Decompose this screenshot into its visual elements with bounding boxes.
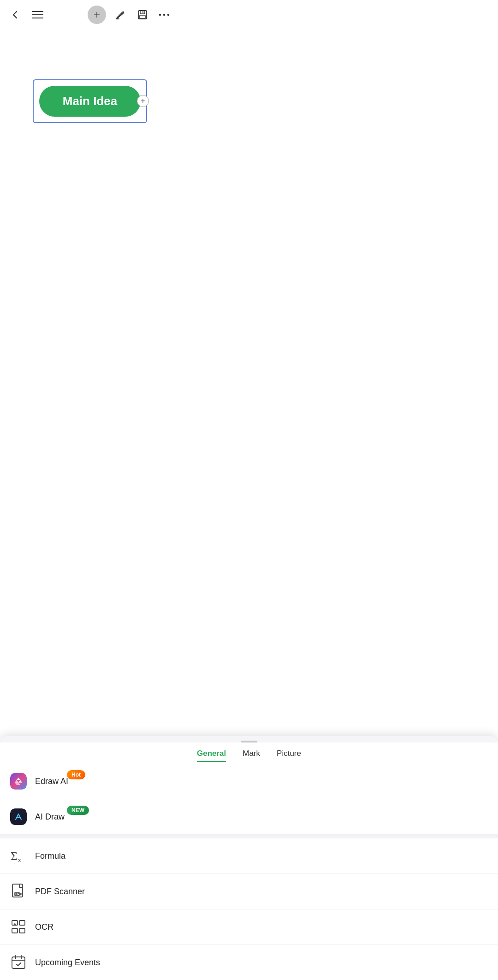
add-child-button[interactable]: + [137, 95, 149, 107]
back-button[interactable] [8, 8, 22, 22]
svg-rect-5 [140, 11, 145, 14]
svg-point-9 [163, 14, 165, 16]
svg-rect-6 [140, 15, 145, 18]
save-icon [136, 9, 148, 21]
save-button[interactable] [135, 7, 150, 23]
svg-point-8 [159, 14, 161, 16]
menu-icon [32, 10, 43, 19]
more-button[interactable] [157, 12, 172, 18]
more-icon [159, 13, 170, 16]
node-container: Main Idea + [39, 86, 141, 117]
toolbar: + [0, 0, 180, 30]
toolbar-left [8, 8, 45, 22]
menu-button[interactable] [30, 8, 45, 21]
add-icon: + [94, 9, 100, 20]
highlight-icon [114, 9, 126, 21]
back-icon [10, 10, 20, 20]
toolbar-right: + [88, 6, 172, 24]
canvas-area: Main Idea + [0, 30, 180, 172]
svg-point-10 [167, 14, 169, 16]
main-idea-node[interactable]: Main Idea [39, 86, 141, 117]
add-button[interactable]: + [88, 6, 106, 24]
highlight-button[interactable] [113, 7, 128, 23]
